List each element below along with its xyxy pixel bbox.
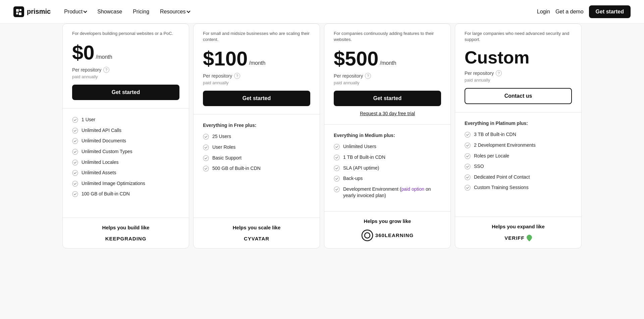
plan-features-enterprise: Everything in Platinum plus: 3 TB of Bui… — [455, 112, 581, 217]
feature-item: Unlimited Assets — [72, 170, 179, 176]
check-icon — [203, 144, 209, 150]
plan-card-free: For developers building personal website… — [62, 24, 189, 248]
pricing-section: For developers building personal website… — [54, 24, 590, 269]
check-icon — [334, 154, 340, 161]
login-link[interactable]: Login — [537, 9, 550, 15]
check-icon — [72, 128, 78, 134]
nav-showcase[interactable]: Showcase — [97, 9, 122, 15]
feature-text: Custom Training Sessions — [474, 184, 529, 191]
check-icon — [72, 138, 78, 144]
free-trial-link-platinum[interactable]: Request a 30 day free trial — [334, 111, 441, 116]
price-amount-medium: $100 — [203, 49, 248, 69]
resources-chevron-icon — [186, 9, 190, 13]
feature-item: Unlimited API Calls — [72, 127, 179, 134]
feature-item: Unlimited Documents — [72, 138, 179, 144]
get-started-nav-button[interactable]: Get started — [589, 5, 631, 18]
get-started-button-medium[interactable]: Get started — [203, 91, 310, 106]
feature-item: 25 Users — [203, 133, 310, 140]
svg-rect-3 — [16, 12, 18, 14]
feature-text: Unlimited Custom Types — [82, 148, 132, 155]
pricing-grid: For developers building personal website… — [60, 24, 584, 248]
feature-text: 1 TB of Built-in CDN — [343, 154, 385, 161]
plan-features-free: 1 User Unlimited API Calls Unlimited Doc… — [63, 108, 189, 218]
nav-product[interactable]: Product — [64, 9, 87, 15]
get-started-button-free[interactable]: Get started — [72, 85, 179, 100]
plan-subtitle-medium: For small and midsize businesses who are… — [203, 31, 310, 43]
feature-item: Development Environment (paid option on … — [334, 186, 441, 199]
svg-point-29 — [465, 185, 470, 190]
paid-annually-free: paid annually — [72, 74, 179, 79]
plan-subtitle-free: For developers building personal website… — [72, 31, 179, 37]
feature-text: 1 User — [82, 117, 95, 123]
feature-text: Unlimited Documents — [82, 138, 126, 144]
svg-point-21 — [334, 187, 339, 192]
nav-pricing[interactable]: Pricing — [133, 9, 149, 15]
helps-title-platinum: Helps you grow like — [334, 218, 441, 224]
plan-subtitle-enterprise: For large companies who need advanced se… — [465, 31, 572, 43]
feature-item: 100 GB of Built-in CDN — [72, 191, 179, 197]
svg-point-14 — [203, 145, 209, 150]
nav-actions: Login Get a demo Get started — [537, 5, 631, 18]
check-icon — [465, 164, 471, 170]
helps-title-free: Helps you build like — [72, 225, 179, 230]
check-icon — [465, 153, 471, 159]
svg-rect-1 — [16, 9, 19, 12]
feature-text: 2 Development Environments — [474, 142, 536, 149]
brand-logo-free: KEEPGRADING — [72, 236, 179, 241]
svg-point-28 — [465, 175, 470, 180]
feature-item: 2 Development Environments — [465, 142, 572, 149]
feature-item: SLA (API uptime) — [334, 165, 441, 172]
check-icon — [334, 165, 340, 171]
plan-features-medium: Everything in Free plus: 25 Users User R… — [194, 115, 320, 218]
feature-item: 1 TB of Built-in CDN — [334, 154, 441, 161]
info-icon-platinum[interactable]: ? — [365, 73, 371, 79]
check-icon — [334, 186, 340, 192]
price-amount-enterprise: Custom — [465, 49, 530, 66]
feature-item: Unlimited Image Optimizations — [72, 180, 179, 187]
check-icon — [203, 155, 209, 161]
info-icon-enterprise[interactable]: ? — [496, 70, 502, 76]
feature-item: Unlimited Locales — [72, 159, 179, 166]
helps-title-enterprise: Helps you expand like — [465, 224, 572, 229]
nav-resources[interactable]: Resources — [160, 9, 190, 15]
feature-item: Basic Support — [203, 155, 310, 162]
feature-link-platinum-4[interactable]: paid option — [401, 186, 425, 192]
info-icon-free[interactable]: ? — [103, 67, 109, 73]
svg-point-8 — [72, 149, 78, 154]
info-icon-medium[interactable]: ? — [234, 73, 240, 79]
brand-logo-platinum: 360Learning — [334, 229, 441, 241]
plan-card-enterprise: For large companies who need advanced se… — [455, 24, 582, 248]
plan-card-medium: For small and midsize businesses who are… — [193, 24, 320, 248]
price-amount-platinum: $500 — [334, 49, 378, 69]
svg-point-12 — [72, 191, 78, 197]
feature-item: Unlimited Custom Types — [72, 148, 179, 155]
contact-button-enterprise[interactable]: Contact us — [465, 88, 572, 104]
price-display-free: $0 /month — [72, 43, 179, 63]
svg-rect-4 — [19, 12, 21, 15]
check-icon — [465, 142, 471, 148]
get-demo-link[interactable]: Get a demo — [555, 9, 584, 15]
check-icon — [72, 181, 78, 187]
feature-item: Unlimited Users — [334, 143, 441, 150]
helps-title-medium: Helps you scale like — [203, 225, 310, 230]
check-icon — [203, 166, 209, 172]
check-icon — [203, 134, 209, 140]
svg-point-22 — [362, 230, 373, 241]
check-icon — [334, 144, 340, 150]
check-icon — [72, 149, 78, 155]
logo[interactable]: prismic — [13, 6, 51, 17]
plan-top-medium: For small and midsize businesses who are… — [194, 24, 320, 115]
get-started-button-platinum[interactable]: Get started — [334, 91, 441, 106]
feature-text: SSO — [474, 163, 484, 170]
svg-point-23 — [365, 233, 370, 238]
plan-card-platinum: For companies continuously adding featur… — [324, 24, 451, 248]
svg-point-17 — [334, 144, 339, 149]
per-repo-enterprise: Per repository ? — [465, 70, 572, 76]
feature-item: Custom Training Sessions — [465, 184, 572, 191]
svg-point-13 — [203, 134, 209, 139]
brand-logo-enterprise: veriff — [465, 235, 572, 241]
plan-top-enterprise: For large companies who need advanced se… — [455, 24, 581, 112]
feature-item: Dedicated Point of Contact — [465, 174, 572, 181]
paid-annually-platinum: paid annually — [334, 80, 441, 85]
svg-point-20 — [334, 176, 339, 181]
